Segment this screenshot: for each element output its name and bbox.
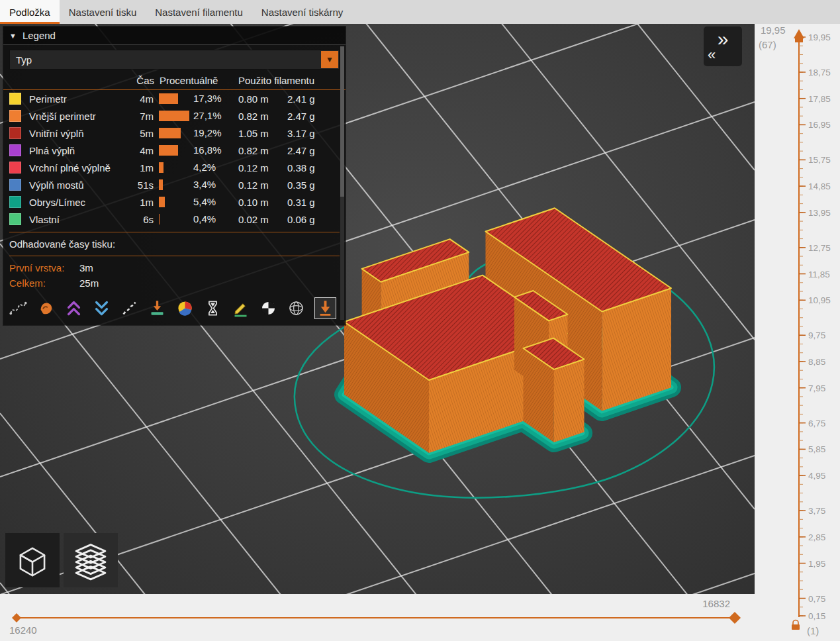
legend-scrollbar[interactable] [340,46,344,320]
layer-slider[interactable]: 19,95 (67) 19,9518,7517,8516,9515,7514,8… [755,24,840,641]
dropdown-arrow-icon[interactable]: ▼ [321,51,338,68]
svg-text:3,75: 3,75 [808,506,825,516]
legend-panel: ▼ Legend Typ ▼ Čas Procentuálně Použito … [3,26,346,325]
wipe-icon[interactable] [37,299,55,317]
feature-percent: 5,4% [193,196,216,208]
preview-layers-view-button[interactable] [64,533,118,587]
tool-marker-icon[interactable] [315,298,336,319]
feature-used-g: 2.47 g [287,145,328,156]
legend-table-header: Čas Procentuálně Použito filamentu [3,73,346,90]
3d-editor-view-button[interactable] [5,533,60,587]
feature-used-m: 0.10 m [238,197,287,208]
svg-text:4,95: 4,95 [808,471,825,481]
legend-row-top-solid-infill[interactable]: Vrchní plné výplně 1m 4,2% 0.12 m 0.38 g [3,159,346,176]
svg-text:10,95: 10,95 [808,295,831,305]
deretractions-icon[interactable] [65,299,83,317]
feature-time: 4m [132,93,158,105]
tab-plater[interactable]: Podložka [0,0,60,24]
percent-bar [159,93,178,104]
layer-slider-ruler[interactable]: 19,9518,7517,8516,9515,7514,8513,9512,75… [755,24,840,641]
legend-row-perimeter[interactable]: Perimetr 4m 17,3% 0.80 m 2.41 g [3,90,346,107]
svg-text:0,15: 0,15 [808,611,825,621]
seams-icon[interactable] [120,299,138,317]
percent-bar [159,111,189,121]
legend-row-bridge-infill[interactable]: Výplň mostů 51s 3,4% 0.12 m 0.35 g [3,176,346,193]
custom-gcode-icon[interactable] [232,299,250,317]
feature-used-m: 0.02 m [238,214,287,225]
col-filament: Použito filamentu [238,75,328,86]
legend-row-external-perimeter[interactable]: Vnější perimetr 7m 27,1% 0.82 m 2.47 g [3,107,346,124]
feature-used-g: 2.41 g [287,93,328,105]
percent-bar [159,128,181,138]
percent-bar [159,179,163,190]
feature-color-swatch [9,110,21,122]
tab-print-settings[interactable]: Nastavení tisku [60,0,146,24]
feature-time: 7m [132,111,158,122]
svg-text:11,85: 11,85 [808,270,830,279]
pause-print-icon[interactable] [204,299,222,317]
feature-used-g: 0.06 g [287,214,328,225]
divider [9,256,340,256]
feature-color-swatch [9,213,21,225]
moves-slider-track[interactable] [0,594,755,641]
legend-row-skirt-brim[interactable]: Obrys/Límec 1m 5,4% 0.10 m 0.31 g [3,193,346,211]
gcode-preview-viewport[interactable]: » « ▼ Legend [0,24,755,594]
legend-header[interactable]: ▼ Legend [3,26,346,45]
svg-text:18,75: 18,75 [808,68,831,77]
tab-bar: Podložka Nastavení tisku Nastavení filam… [0,0,840,24]
center-of-gravity-icon[interactable] [259,299,277,317]
svg-text:1,95: 1,95 [808,559,825,569]
feature-used-m: 1.05 m [238,128,287,139]
feature-label: Výplň mostů [29,179,132,191]
tab-filament-settings[interactable]: Nastavení filamentu [146,0,252,24]
first-layer-time-row: První vrstva: 3m [3,260,346,275]
feature-used-g: 2.47 g [287,111,328,122]
svg-text:0,75: 0,75 [808,594,825,604]
legend-row-internal-infill[interactable]: Vnitřní výplň 5m 19,2% 1.05 m 3.17 g [3,124,346,142]
svg-text:5,85: 5,85 [808,444,825,454]
feature-color-swatch [9,93,21,105]
feature-label: Plná výplň [29,145,132,156]
feature-time: 6s [132,214,158,225]
svg-text:12,75: 12,75 [808,243,831,253]
current-layer-height: 19,95 [761,25,786,36]
svg-text:13,95: 13,95 [808,208,831,218]
legend-row-custom[interactable]: Vlastní 6s 0,4% 0.02 m 0.06 g [3,211,346,228]
cube-icon [12,540,53,581]
feature-label: Vrchní plné výplně [29,162,132,173]
retractions-icon[interactable] [93,299,111,317]
color-print-icon[interactable] [176,299,194,317]
feature-used-m: 0.12 m [238,179,287,191]
legend-row-solid-infill[interactable]: Plná výplň 4m 16,8% 0.82 m 2.47 g [3,142,346,159]
scrollbar-thumb[interactable] [340,46,344,197]
travel-icon[interactable] [9,299,27,317]
feature-percent: 27,1% [193,110,222,122]
svg-text:16,95: 16,95 [808,120,831,130]
total-value: 25m [79,277,99,289]
feature-color-swatch [9,144,21,156]
feature-used-m: 0.12 m [238,162,287,173]
current-layer-number: (67) [759,39,776,50]
feature-label: Perimetr [29,93,132,105]
collapse-arrow-icon: ▼ [9,32,17,40]
feature-used-m: 0.82 m [238,145,287,156]
svg-text:6,75: 6,75 [808,419,825,428]
legend-title-text: Legend [23,30,56,41]
first-layer-label: První vrstva: [9,262,79,273]
percent-bar [159,197,165,207]
view-type-select[interactable]: Typ ▼ [9,50,340,70]
collapse-sidebar-button[interactable]: » « [704,26,742,66]
feature-color-swatch [9,196,21,208]
feature-time: 1m [132,197,158,208]
shells-icon[interactable] [287,299,305,317]
svg-text:14,85: 14,85 [808,181,831,191]
color-change-icon[interactable] [148,299,166,317]
feature-time: 4m [132,145,158,156]
feature-used-g: 0.31 g [287,197,328,208]
feature-time: 1m [132,162,158,173]
moves-slider[interactable]: 16832 16240 [0,594,755,641]
feature-used-m: 0.80 m [238,93,287,105]
divider [9,232,340,232]
tab-printer-settings[interactable]: Nastavení tiskárny [252,0,352,24]
svg-text:7,95: 7,95 [808,383,825,393]
